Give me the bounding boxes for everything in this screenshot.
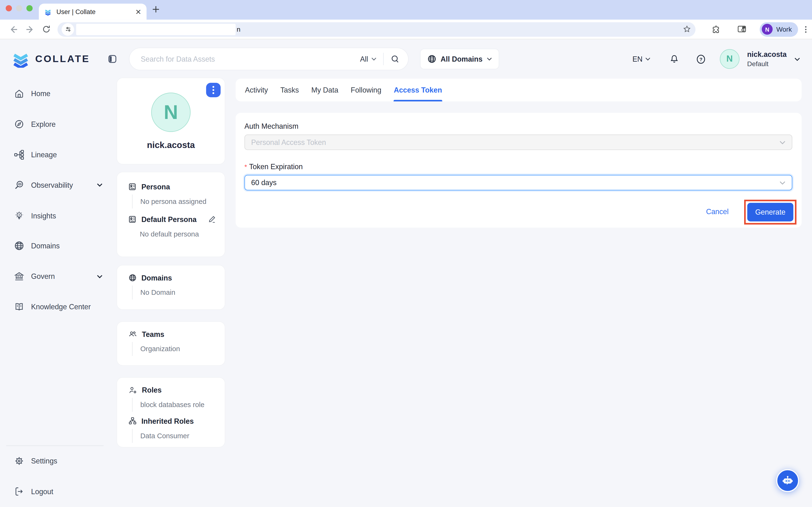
teams-value: Organization: [132, 342, 217, 356]
token-expiration-value: 60 days: [251, 178, 276, 187]
user-card-menu-button[interactable]: [206, 83, 221, 97]
tab-tasks[interactable]: Tasks: [281, 79, 299, 102]
edit-pencil-icon[interactable]: [208, 215, 216, 224]
kebab-icon: [212, 86, 214, 94]
browser-tab[interactable]: User | Collate ✕: [39, 4, 146, 19]
user-menu[interactable]: N nick.acosta Default: [720, 49, 800, 69]
cancel-button[interactable]: Cancel: [706, 208, 729, 216]
sidebar-toggle-icon[interactable]: [108, 54, 117, 63]
compass-icon: [14, 119, 24, 129]
maximize-window-button[interactable]: [27, 5, 33, 11]
language-dropdown[interactable]: EN: [632, 55, 650, 63]
logout-icon: [14, 486, 24, 497]
persona-card-icon: [128, 183, 137, 191]
new-tab-button[interactable]: [151, 4, 161, 14]
teams-header: Teams: [128, 330, 217, 338]
chevron-down-icon: [779, 181, 785, 184]
inherited-roles-value: Data Consumer: [132, 429, 217, 443]
extensions-puzzle-icon[interactable]: [711, 24, 720, 34]
sidebar-item-home[interactable]: Home: [0, 79, 110, 109]
sidebar: Home Explore Lineage Observability: [0, 79, 110, 507]
tab-close-icon[interactable]: ✕: [135, 8, 141, 15]
chevron-down-icon: [371, 57, 376, 60]
sidebar-item-settings[interactable]: Settings: [6, 446, 104, 476]
url-bar[interactable]: n: [57, 22, 695, 37]
browser-profile-avatar: N: [762, 24, 773, 35]
browser-menu-icon[interactable]: [802, 25, 810, 33]
chevron-down-icon: [97, 183, 103, 187]
persona-header: Persona: [128, 183, 217, 191]
sidebar-item-logout[interactable]: Logout: [6, 476, 104, 507]
browser-tab-strip: User | Collate ✕: [0, 0, 812, 20]
globe-icon: [14, 241, 24, 251]
chatbot-button[interactable]: [776, 469, 799, 492]
screen: User | Collate ✕ n N Work: [0, 0, 812, 507]
sidebar-item-govern[interactable]: Govern: [0, 261, 110, 292]
window-controls[interactable]: [6, 5, 33, 11]
back-icon[interactable]: [9, 24, 18, 34]
all-domains-label: All Domains: [441, 55, 483, 63]
search-icon[interactable]: [391, 54, 400, 63]
bookmark-star-icon[interactable]: [682, 25, 691, 34]
sidebar-item-knowledge-center[interactable]: Knowledge Center: [0, 291, 110, 322]
search-scope-value: All: [360, 55, 368, 63]
collate-logo[interactable]: COLLATE: [11, 50, 90, 68]
sidebar-item-lineage[interactable]: Lineage: [0, 139, 110, 170]
site-settings-icon[interactable]: [62, 23, 74, 36]
all-domains-filter[interactable]: All Domains: [420, 49, 499, 69]
roles-person-gear-icon: [128, 386, 137, 394]
help-icon[interactable]: ?: [695, 54, 706, 64]
reading-mode-icon[interactable]: [737, 24, 747, 34]
globe-icon: [427, 54, 436, 63]
token-expiration-select[interactable]: 60 days: [245, 175, 793, 190]
domains-header: Domains: [128, 274, 217, 282]
user-avatar: N: [720, 49, 740, 69]
tab-access-token[interactable]: Access Token: [394, 79, 442, 102]
app-header: COLLATE All All Domains EN: [0, 39, 812, 78]
svg-text:?: ?: [699, 56, 702, 62]
auth-mechanism-value: Personal Access Token: [251, 138, 326, 147]
reload-icon[interactable]: [42, 25, 51, 34]
generate-button[interactable]: Generate: [747, 203, 794, 221]
sidebar-item-domains[interactable]: Domains: [0, 231, 110, 261]
token-expiration-label: *Token Expiration: [245, 163, 303, 171]
language-value: EN: [632, 55, 643, 63]
sidebar-item-explore[interactable]: Explore: [0, 109, 110, 139]
gear-icon: [14, 456, 24, 466]
tab-following[interactable]: Following: [351, 79, 382, 102]
browser-profile-chip[interactable]: N Work: [760, 22, 798, 37]
sidebar-item-observability[interactable]: Observability: [0, 170, 110, 200]
forward-icon[interactable]: [26, 24, 35, 34]
sidebar-footer: Settings Logout: [6, 445, 104, 507]
notifications-bell-icon[interactable]: [669, 54, 679, 64]
user-role: Default: [747, 59, 786, 68]
persona-card: Persona No persona assigned Default Pers…: [116, 172, 225, 257]
observability-icon: [14, 180, 24, 190]
close-window-button[interactable]: [6, 5, 12, 11]
tab-my-data[interactable]: My Data: [311, 79, 338, 102]
required-marker: *: [245, 163, 247, 171]
tab-activity[interactable]: Activity: [245, 79, 268, 102]
inherited-roles-tree-icon: [128, 417, 137, 426]
auth-mechanism-select[interactable]: Personal Access Token: [245, 134, 793, 150]
url-text: n: [237, 25, 682, 33]
search-scope-dropdown[interactable]: All: [360, 55, 376, 63]
tab-title: User | Collate: [56, 8, 135, 15]
search-input[interactable]: [140, 54, 360, 63]
avatar: N: [151, 93, 191, 132]
global-search-bar[interactable]: All: [129, 48, 408, 70]
access-token-form: Auth Mechanism Personal Access Token *To…: [236, 113, 802, 228]
globe-icon: [128, 274, 137, 282]
robot-icon: [781, 474, 794, 488]
browser-toolbar: n N Work: [0, 20, 812, 40]
book-icon: [14, 302, 24, 312]
sidebar-item-insights[interactable]: Insights: [0, 200, 110, 231]
profile-tabs: Activity Tasks My Data Following Access …: [236, 79, 802, 102]
auth-mechanism-label: Auth Mechanism: [245, 122, 299, 130]
minimize-window-button[interactable]: [16, 5, 22, 11]
lineage-icon: [14, 150, 24, 160]
teams-card: Teams Organization: [116, 321, 225, 366]
chevron-down-icon: [645, 57, 650, 60]
govern-icon: [14, 271, 24, 281]
brand-name: COLLATE: [35, 53, 90, 65]
